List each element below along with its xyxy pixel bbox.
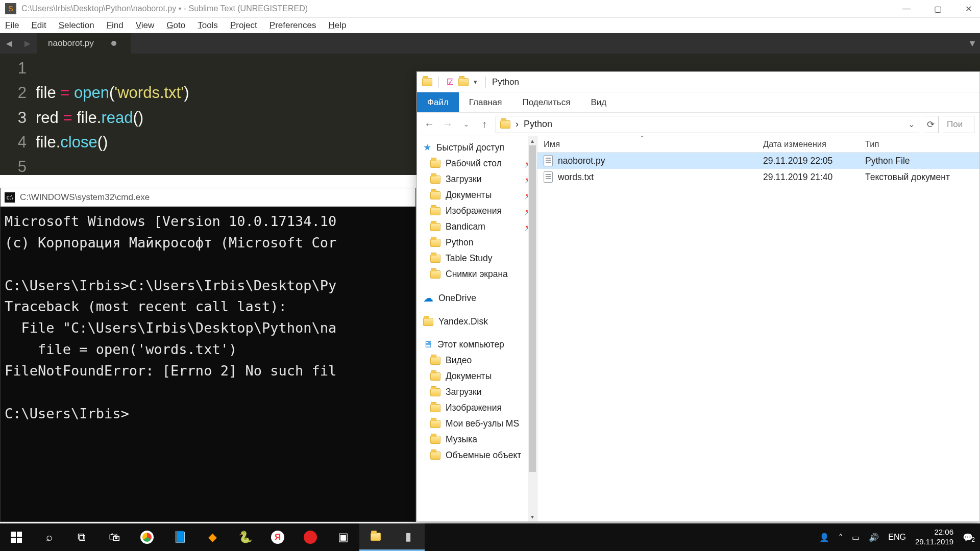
tab-back-icon[interactable]: ◄ bbox=[0, 33, 18, 54]
taskbar-explorer[interactable] bbox=[359, 523, 392, 551]
nav-item[interactable]: Документы bbox=[417, 368, 537, 384]
cmd-body[interactable]: Microsoft Windows [Version 10.0.17134.10… bbox=[1, 207, 415, 428]
qat-open-icon[interactable] bbox=[458, 78, 469, 86]
nav-onedrive[interactable]: ☁ OneDrive bbox=[417, 289, 537, 307]
folder-icon bbox=[423, 318, 433, 326]
taskbar-app-blue[interactable]: 📘 bbox=[163, 523, 196, 551]
explorer-filelist[interactable]: ⌃ Имя Дата изменения Тип naoborot.py29.1… bbox=[537, 136, 979, 521]
nav-this-pc[interactable]: 🖥 Этот компьютер bbox=[417, 337, 537, 353]
refresh-icon[interactable]: ⟳ bbox=[923, 116, 939, 133]
nav-item[interactable]: Загрузки📌 bbox=[417, 171, 537, 187]
scroll-down-icon[interactable]: ▾ bbox=[528, 512, 537, 521]
qat-properties-icon[interactable]: ☑ bbox=[445, 77, 455, 87]
nav-item[interactable]: Рабочий стол📌 bbox=[417, 156, 537, 171]
windows-icon bbox=[11, 532, 22, 543]
folder-icon bbox=[500, 120, 510, 129]
tray-volume-icon[interactable]: 🔊 bbox=[869, 533, 879, 542]
nav-yandex[interactable]: Yandex.Disk bbox=[417, 314, 537, 330]
maximize-button[interactable]: ▢ bbox=[931, 4, 945, 14]
nav-item[interactable]: Изображения📌 bbox=[417, 203, 537, 219]
menu-help[interactable]: Help bbox=[328, 20, 346, 31]
tray-language[interactable]: ENG bbox=[888, 533, 906, 542]
filelist-header[interactable]: ⌃ Имя Дата изменения Тип bbox=[537, 136, 979, 153]
nav-item[interactable]: Видео bbox=[417, 353, 537, 368]
folder-icon bbox=[430, 160, 440, 168]
nav-item[interactable]: Изображения bbox=[417, 400, 537, 416]
file-row[interactable]: naoborot.py29.11.2019 22:05Python File bbox=[537, 153, 979, 169]
unsaved-dot-icon bbox=[111, 41, 116, 46]
menu-project[interactable]: Project bbox=[230, 20, 257, 31]
sublime-titlebar[interactable]: S C:\Users\Irbis\Desktop\Python\naoborot… bbox=[0, 0, 980, 18]
ribbon-tab-home[interactable]: Главная bbox=[459, 92, 512, 112]
minimize-button[interactable]: — bbox=[899, 4, 914, 13]
qat-dropdown-icon[interactable]: ▾ bbox=[472, 78, 479, 86]
col-type[interactable]: Тип bbox=[859, 136, 979, 152]
start-button[interactable] bbox=[0, 523, 33, 551]
file-row[interactable]: words.txt29.11.2019 21:40Текстовый докум… bbox=[537, 169, 979, 185]
col-date[interactable]: Дата изменения bbox=[757, 136, 859, 152]
menu-selection[interactable]: Selection bbox=[59, 20, 94, 31]
taskbar-python[interactable]: 🐍 bbox=[229, 523, 261, 551]
folder-icon bbox=[430, 255, 440, 263]
col-name[interactable]: Имя bbox=[537, 136, 757, 152]
tray-people-icon[interactable]: 👤 bbox=[819, 533, 829, 542]
ribbon-tab-file[interactable]: Файл bbox=[417, 92, 459, 112]
nav-item[interactable]: Музыка bbox=[417, 432, 537, 447]
nav-item[interactable]: Bandicam📌 bbox=[417, 219, 537, 235]
nav-item[interactable]: Мои веб-узлы MS bbox=[417, 416, 537, 432]
taskbar-record[interactable] bbox=[294, 523, 327, 551]
editor-tab-label: naoborot.py bbox=[48, 38, 94, 48]
address-dropdown-icon[interactable]: ⌄ bbox=[908, 119, 915, 129]
nav-item[interactable]: Объемные объект bbox=[417, 447, 537, 463]
search-input[interactable]: Пои bbox=[943, 116, 974, 133]
ribbon-tab-view[interactable]: Вид bbox=[580, 92, 617, 112]
taskbar-sublime[interactable]: ◆ bbox=[196, 523, 229, 551]
taskbar-chrome[interactable] bbox=[131, 523, 163, 551]
nav-recent-icon[interactable]: ⌄ bbox=[459, 117, 473, 132]
folder-icon bbox=[430, 207, 440, 215]
ribbon-tab-share[interactable]: Поделиться bbox=[512, 92, 581, 112]
nav-item[interactable]: Загрузки bbox=[417, 384, 537, 400]
explorer-titlebar[interactable]: ☑ ▾ Python bbox=[417, 72, 979, 92]
nav-item[interactable]: Python bbox=[417, 235, 537, 251]
menu-goto[interactable]: Goto bbox=[166, 20, 185, 31]
nav-back-icon[interactable]: ← bbox=[422, 117, 436, 132]
tray-battery-icon[interactable]: ▭ bbox=[852, 533, 860, 542]
tray-overflow-icon[interactable]: ˄ bbox=[839, 533, 843, 542]
taskbar-store[interactable]: 🛍 bbox=[98, 523, 131, 551]
editor-tab[interactable]: naoborot.py bbox=[37, 33, 131, 54]
menu-find[interactable]: Find bbox=[107, 20, 124, 31]
menu-tools[interactable]: Tools bbox=[198, 20, 218, 31]
cmd-titlebar[interactable]: c:\ C:\WINDOWS\system32\cmd.exe bbox=[1, 188, 415, 207]
nav-up-icon[interactable]: ↑ bbox=[477, 117, 492, 132]
menu-edit[interactable]: Edit bbox=[31, 20, 46, 31]
tab-forward-icon[interactable]: ► bbox=[18, 33, 37, 54]
tray-notifications-icon[interactable]: 💬2 bbox=[963, 533, 973, 542]
scroll-up-icon[interactable]: ▴ bbox=[528, 136, 537, 145]
taskbar-yandex[interactable]: Я bbox=[261, 523, 294, 551]
explorer-addressbar: ← → ⌄ ↑ › Python ⌄ ⟳ Пои bbox=[417, 113, 979, 136]
menu-file[interactable]: File bbox=[5, 20, 19, 31]
menu-preferences[interactable]: Preferences bbox=[270, 20, 316, 31]
tray-clock[interactable]: 22:06 29.11.2019 bbox=[915, 528, 953, 547]
taskview-button[interactable]: ⧉ bbox=[65, 523, 98, 551]
navpane-scrollbar[interactable]: ▴ ▾ bbox=[528, 136, 537, 521]
explorer-navpane[interactable]: ★ Быстрый доступ Рабочий стол📌Загрузки📌Д… bbox=[417, 136, 537, 521]
search-button[interactable]: ⌕ bbox=[33, 523, 65, 551]
nav-quick-access[interactable]: ★ Быстрый доступ bbox=[417, 139, 537, 156]
taskbar-app-cube[interactable]: ▣ bbox=[327, 523, 359, 551]
file-icon bbox=[544, 155, 553, 166]
breadcrumb-item[interactable]: Python bbox=[524, 119, 552, 130]
nav-item[interactable]: Table Study bbox=[417, 251, 537, 266]
sort-indicator-icon: ⌃ bbox=[640, 135, 645, 142]
taskbar-cmd[interactable]: ▮ bbox=[392, 523, 425, 551]
nav-forward-icon[interactable]: → bbox=[440, 117, 455, 132]
menu-view[interactable]: View bbox=[136, 20, 155, 31]
address-box[interactable]: › Python ⌄ bbox=[496, 116, 919, 133]
tab-overflow-icon[interactable]: ▼ bbox=[965, 33, 980, 54]
nav-item[interactable]: Документы📌 bbox=[417, 187, 537, 203]
window-controls: — ▢ ✕ bbox=[899, 4, 975, 14]
scroll-thumb[interactable] bbox=[529, 145, 536, 472]
close-button[interactable]: ✕ bbox=[962, 4, 975, 14]
nav-item[interactable]: Снимки экрана bbox=[417, 266, 537, 282]
